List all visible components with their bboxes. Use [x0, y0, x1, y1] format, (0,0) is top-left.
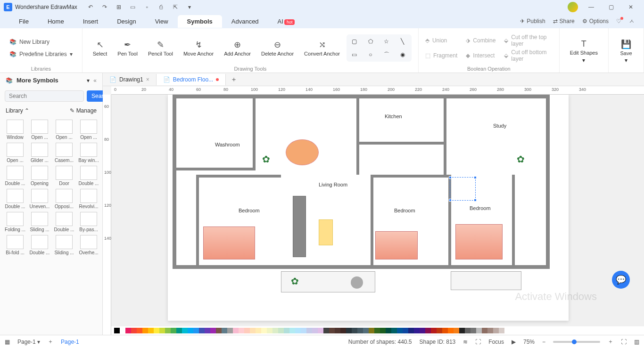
- sofa[interactable]: [293, 196, 306, 257]
- shape-item[interactable]: Open ...: [4, 142, 26, 164]
- color-swatch[interactable]: [374, 328, 380, 333]
- page[interactable]: Kitchen Study Washroom Living Room Bedro…: [168, 95, 569, 321]
- page-selector[interactable]: Page-1 ▾: [17, 339, 40, 345]
- shape-item[interactable]: Open ...: [77, 119, 100, 141]
- print-icon[interactable]: ⎙: [157, 3, 165, 11]
- color-swatch[interactable]: [459, 328, 465, 333]
- color-swatch[interactable]: [471, 328, 476, 333]
- save-button[interactable]: 💾Save▾: [615, 37, 637, 65]
- maximize-icon[interactable]: ▢: [602, 0, 620, 14]
- menu-symbols[interactable]: Symbols: [178, 15, 222, 28]
- color-swatch[interactable]: [335, 328, 340, 333]
- page-tab[interactable]: Page-1: [61, 339, 79, 345]
- color-swatch[interactable]: [233, 328, 239, 333]
- tab-bedroom[interactable]: 📄Bedroom Floo...: [157, 74, 226, 85]
- color-swatch[interactable]: [154, 328, 159, 333]
- new-library-button[interactable]: 📚New Library: [7, 37, 75, 47]
- focus-label[interactable]: Focus: [488, 339, 504, 345]
- color-swatch[interactable]: [363, 328, 369, 333]
- add-page-button[interactable]: ＋: [48, 338, 53, 346]
- shape-item[interactable]: By-pas...: [77, 211, 100, 233]
- color-swatch[interactable]: [346, 328, 352, 333]
- color-swatch[interactable]: [306, 328, 312, 333]
- color-swatch[interactable]: [272, 328, 278, 333]
- fragment-button[interactable]: ⬚Fragment: [425, 49, 457, 62]
- canvas[interactable]: Kitchen Study Washroom Living Room Bedro…: [111, 95, 644, 326]
- shape-item[interactable]: Uneven...: [28, 188, 51, 210]
- shape-item[interactable]: Sliding ...: [53, 234, 75, 256]
- layers-icon[interactable]: ≋: [463, 339, 468, 345]
- color-swatch[interactable]: [176, 328, 182, 333]
- color-swatch[interactable]: [222, 328, 227, 333]
- save-icon[interactable]: ▫: [143, 3, 151, 11]
- color-swatch[interactable]: [408, 328, 414, 333]
- add-tab-button[interactable]: ＋: [226, 73, 242, 86]
- shape-circle[interactable]: ○: [364, 49, 377, 60]
- move-anchor-tool[interactable]: ↯Move Anchor: [180, 38, 217, 58]
- collapse-sidebar-icon[interactable]: «: [93, 77, 97, 84]
- zoom-out-icon[interactable]: −: [542, 339, 545, 345]
- color-swatch[interactable]: [193, 328, 199, 333]
- zoom-slider[interactable]: [553, 341, 600, 343]
- color-swatch[interactable]: [414, 328, 420, 333]
- fit-icon[interactable]: ⛶: [475, 339, 481, 345]
- shape-item[interactable]: Open ...: [28, 119, 51, 141]
- shape-line[interactable]: ╲: [396, 36, 409, 47]
- shape-item[interactable]: Sliding ...: [28, 211, 51, 233]
- color-swatch[interactable]: [295, 328, 301, 333]
- shape-item[interactable]: Door: [53, 165, 75, 187]
- color-swatch[interactable]: [301, 328, 306, 333]
- delete-anchor-tool[interactable]: ⊖Delete Anchor: [257, 38, 297, 58]
- color-swatch[interactable]: [340, 328, 346, 333]
- combine-button[interactable]: ⬗Combine: [466, 34, 495, 47]
- menu-file[interactable]: File: [9, 15, 38, 28]
- color-swatch[interactable]: [227, 328, 233, 333]
- cut-top-button[interactable]: ⬙Cut off the top layer: [504, 34, 552, 47]
- color-swatch[interactable]: [318, 328, 323, 333]
- shape-item[interactable]: Overhe...: [77, 234, 100, 256]
- menu-advanced[interactable]: Advanced: [222, 15, 268, 28]
- color-swatch[interactable]: [239, 328, 244, 333]
- color-swatch[interactable]: [420, 328, 425, 333]
- menu-ai[interactable]: AIhot: [268, 15, 305, 28]
- play-icon[interactable]: ▶: [512, 339, 516, 345]
- color-swatch[interactable]: [261, 328, 267, 333]
- close-tab-icon[interactable]: ×: [146, 76, 149, 83]
- undo-icon[interactable]: ↶: [87, 3, 94, 11]
- add-anchor-tool[interactable]: ⊕Add Anchor: [220, 38, 255, 58]
- color-swatch[interactable]: [369, 328, 374, 333]
- open-icon[interactable]: ▭: [129, 3, 137, 11]
- menu-design[interactable]: Design: [107, 15, 145, 28]
- shape-item[interactable]: Casem...: [53, 142, 75, 164]
- color-swatch[interactable]: [391, 328, 397, 333]
- color-swatch[interactable]: [493, 328, 499, 333]
- shape-item[interactable]: Open ...: [53, 119, 75, 141]
- color-swatch[interactable]: [278, 328, 284, 333]
- plant-icon[interactable]: ✿: [517, 154, 525, 165]
- new-icon[interactable]: ⊞: [115, 3, 123, 11]
- color-swatch[interactable]: [403, 328, 408, 333]
- menu-home[interactable]: Home: [38, 15, 74, 28]
- shape-arc[interactable]: ⌒: [380, 49, 393, 60]
- menu-view[interactable]: View: [146, 15, 178, 28]
- cut-bottom-button[interactable]: ⬙Cut off bottom layer: [504, 49, 552, 62]
- panel-icon[interactable]: ▥: [634, 339, 639, 345]
- color-swatch[interactable]: [454, 328, 459, 333]
- color-swatch[interactable]: [284, 328, 289, 333]
- color-swatch[interactable]: [171, 328, 176, 333]
- shape-item[interactable]: Window: [4, 119, 26, 141]
- bed-3[interactable]: [455, 224, 503, 259]
- shape-item[interactable]: Double ...: [77, 165, 100, 187]
- select-tool[interactable]: ↖Select: [89, 38, 111, 58]
- color-swatch[interactable]: [397, 328, 403, 333]
- share-button[interactable]: ⇄Share: [553, 18, 575, 24]
- shape-roundrect[interactable]: ▭: [348, 49, 361, 60]
- color-swatch[interactable]: [159, 328, 165, 333]
- color-swatch[interactable]: [256, 328, 261, 333]
- bed-2[interactable]: [375, 231, 418, 259]
- minimize-icon[interactable]: —: [582, 0, 601, 14]
- selection-box[interactable]: [450, 177, 476, 201]
- color-swatch[interactable]: [448, 328, 454, 333]
- color-swatch[interactable]: [487, 328, 493, 333]
- color-swatch[interactable]: [137, 328, 142, 333]
